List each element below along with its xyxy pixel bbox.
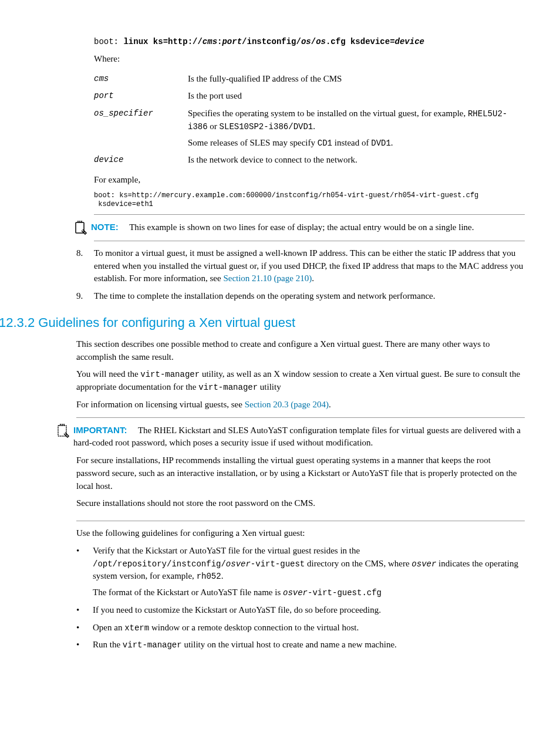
section-heading: 12.3.2 Guidelines for configuring a Xen … [0,313,525,332]
list-item-9: 9. The time to complete the installation… [94,290,525,303]
def-row-cms: cms Is the fully-qualified IP address of… [94,70,525,88]
def-row-device: device Is the network device to connect … [94,151,525,169]
link-section-20-3[interactable]: Section 20.3 (page 204) [245,400,329,409]
bullet-item-1: • Verify that the Kickstart or AutoYaST … [76,545,525,599]
where-label: Where: [94,53,525,66]
note-block: NOTE: This example is shown on two lines… [94,214,525,241]
guidelines-intro: Use the following guidelines for configu… [76,527,525,540]
list-item-8: 8. To monitor a virtual guest, it must b… [94,247,525,285]
bullet-item-4: • Run the virt-manager utility on the vi… [76,639,525,652]
boot-command-line: boot: linux ks=http://cms:port/instconfi… [94,35,525,48]
def-term: port [94,87,188,105]
definition-table: cms Is the fully-qualified IP address of… [94,70,525,170]
def-text: Is the port used [188,87,525,105]
for-example-label: For example, [94,174,525,187]
important-icon [56,424,73,438]
note-icon [73,221,91,235]
note-text: This example is shown on two lines for e… [129,222,474,232]
def-term: device [94,151,188,169]
def-row-os-specifier: os_specifier Specifies the operating sys… [94,105,525,151]
link-section-21-10[interactable]: Section 21.10 (page 210) [223,274,312,283]
numbered-list: 8. To monitor a virtual guest, it must b… [94,247,525,303]
bullet-item-2: • If you need to customize the Kickstart… [76,604,525,617]
def-row-port: port Is the port used [94,87,525,105]
body-para-1: This section describes one possible meth… [76,338,525,364]
bullet-list: • Verify that the Kickstart or AutoYaST … [76,545,525,652]
example-code-block: boot: ks=http://mercury.example.com:6000… [94,191,525,210]
section-body: This section describes one possible meth… [76,338,525,652]
def-text: Is the fully-qualified IP address of the… [188,70,525,88]
def-text: Is the network device to connect to the … [188,151,525,169]
content-main: boot: linux ks=http://cms:port/instconfi… [94,35,525,303]
note-label: NOTE: [91,222,119,232]
body-para-3: For information on licensing virtual gue… [76,399,525,411]
bullet-item-3: • Open an xterm window or a remote deskt… [76,622,525,634]
def-term: cms [94,70,188,88]
body-para-2: You will need the virt-manager utility, … [76,368,525,394]
important-block: IMPORTANT: The RHEL Kickstart and SLES A… [76,417,525,522]
def-term: os_specifier [94,105,188,151]
important-label: IMPORTANT: [73,425,127,435]
note-content: NOTE: This example is shown on two lines… [91,221,474,234]
def-text: Specifies the operating system to be ins… [188,105,525,151]
